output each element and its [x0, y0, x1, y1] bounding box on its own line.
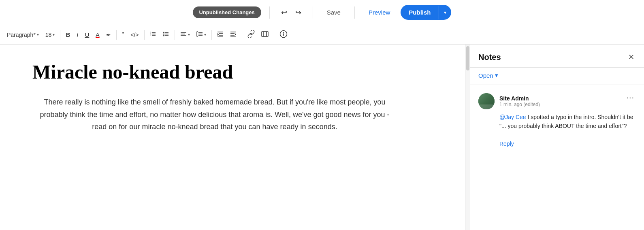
toolbar-divider-2 [313, 6, 313, 19]
eraser-button[interactable]: ✒ [103, 30, 114, 40]
notes-content: Site Admin 1 min. ago (edited) ··· @Jay … [470, 85, 644, 230]
note-text: @Jay Cee I spotted a typo in the intro. … [478, 113, 636, 131]
embed-button[interactable] [258, 28, 271, 41]
editor-scrollbar[interactable] [465, 45, 470, 230]
editor-area[interactable]: Miracle no-knead bread There really is n… [0, 45, 465, 230]
paragraph-label: Paragraph* [7, 32, 36, 38]
bullet-list-button[interactable] [160, 29, 172, 40]
code-button[interactable]: </> [128, 30, 141, 40]
toolbar-sep-2 [116, 30, 117, 40]
close-icon: ✕ [628, 53, 634, 61]
undo-redo-group: ↩ ↪ [278, 6, 305, 19]
align-icon [180, 31, 187, 38]
svg-point-9 [163, 32, 164, 33]
svg-point-10 [163, 34, 164, 35]
redo-button[interactable]: ↪ [292, 6, 305, 19]
toolbar-divider-1 [269, 6, 270, 19]
note-more-button[interactable]: ··· [625, 93, 636, 101]
ordered-list-icon: 1.2.3. [150, 31, 156, 38]
blockquote-icon: " [122, 31, 124, 38]
font-size-button[interactable]: 18 ▾ [43, 30, 58, 40]
ordered-list-button[interactable]: 1.2.3. [147, 29, 159, 40]
note-author-name: Site Admin [499, 95, 540, 102]
filter-label: Open [478, 72, 493, 79]
note-author-row: Site Admin 1 min. ago (edited) [478, 93, 540, 109]
eraser-icon: ✒ [106, 32, 111, 38]
paragraph-style-button[interactable]: Paragraph* ▾ [4, 30, 42, 40]
chevron-down-icon: ▾ [444, 10, 446, 15]
undo-icon: ↩ [281, 8, 287, 17]
note-divider [478, 135, 636, 135]
more-icon: ··· [626, 93, 634, 102]
underline-button[interactable]: U [82, 29, 92, 40]
publish-button[interactable]: Publish [401, 5, 439, 20]
notes-close-button[interactable]: ✕ [627, 51, 636, 63]
line-spacing-icon [196, 31, 203, 38]
info-icon [279, 30, 288, 39]
note-mention: @Jay Cee [499, 114, 526, 120]
toolbar-divider-3 [354, 6, 355, 19]
paragraph-chevron-icon: ▾ [37, 32, 39, 37]
filter-chevron-icon: ▾ [495, 72, 498, 79]
indent-right-icon [230, 31, 237, 38]
formatting-toolbar: Paragraph* ▾ 18 ▾ B I U A ✒ " </> 1.2.3.… [0, 25, 644, 45]
article-body[interactable]: There really is nothing like the smell o… [32, 96, 397, 133]
info-button[interactable] [277, 28, 290, 41]
link-button[interactable] [245, 28, 258, 41]
article-title[interactable]: Miracle no-knead bread [32, 61, 433, 83]
note-item: Site Admin 1 min. ago (edited) ··· @Jay … [478, 93, 636, 147]
svg-point-31 [283, 32, 284, 33]
note-author-info: Site Admin 1 min. ago (edited) [499, 95, 540, 107]
align-chevron-icon: ▾ [188, 32, 190, 37]
bullet-list-icon [163, 31, 169, 38]
toolbar-sep-7 [274, 30, 274, 40]
notes-title: Notes [478, 53, 501, 62]
unpublished-badge: Unpublished Changes [193, 6, 261, 18]
toolbar-sep-6 [242, 30, 242, 40]
notes-filter-bar: Open ▾ [470, 68, 644, 85]
note-timestamp: 1 min. ago (edited) [499, 102, 540, 107]
publish-group: Publish ▾ [401, 5, 451, 20]
toolbar-sep-5 [211, 30, 212, 40]
font-color-button[interactable]: A [93, 30, 102, 40]
line-spacing-button[interactable]: ▾ [194, 29, 209, 40]
svg-rect-27 [262, 32, 268, 36]
toolbar-sep-1 [60, 30, 60, 40]
top-bar: Unpublished Changes ↩ ↪ Save Preview Pub… [0, 0, 644, 25]
reply-button[interactable]: Reply [478, 141, 514, 147]
main-layout: Miracle no-knead bread There really is n… [0, 45, 644, 230]
svg-point-11 [163, 35, 164, 36]
top-bar-center: Unpublished Changes ↩ ↪ Save Preview Pub… [193, 5, 452, 20]
scrollbar-thumb[interactable] [466, 46, 469, 70]
blockquote-button[interactable]: " [119, 29, 127, 40]
notes-header: Notes ✕ [470, 45, 644, 68]
link-icon [247, 30, 255, 39]
line-spacing-chevron-icon: ▾ [204, 32, 206, 37]
font-size-label: 18 [45, 32, 52, 38]
embed-icon [261, 30, 269, 39]
font-size-chevron-icon: ▾ [53, 32, 55, 37]
toolbar-sep-3 [144, 30, 145, 40]
code-icon: </> [130, 32, 139, 38]
preview-button[interactable]: Preview [363, 6, 396, 18]
indent-right-button[interactable] [227, 29, 239, 40]
indent-left-icon [217, 31, 224, 38]
publish-dropdown-button[interactable]: ▾ [439, 6, 451, 19]
toolbar-sep-4 [175, 30, 175, 40]
bold-button[interactable]: B [63, 29, 73, 40]
notes-filter-button[interactable]: Open ▾ [478, 72, 498, 79]
font-color-label: A [96, 32, 99, 38]
undo-button[interactable]: ↩ [278, 6, 290, 19]
avatar-image [478, 93, 495, 109]
redo-icon: ↪ [295, 8, 301, 17]
svg-text:3.: 3. [150, 34, 151, 36]
italic-button[interactable]: I [74, 29, 81, 40]
avatar [478, 93, 495, 109]
notes-panel: Notes ✕ Open ▾ Site Admin [470, 45, 644, 230]
indent-left-button[interactable] [214, 29, 226, 40]
note-meta: Site Admin 1 min. ago (edited) ··· [478, 93, 636, 109]
save-button[interactable]: Save [321, 6, 346, 18]
align-button[interactable]: ▾ [177, 29, 193, 40]
